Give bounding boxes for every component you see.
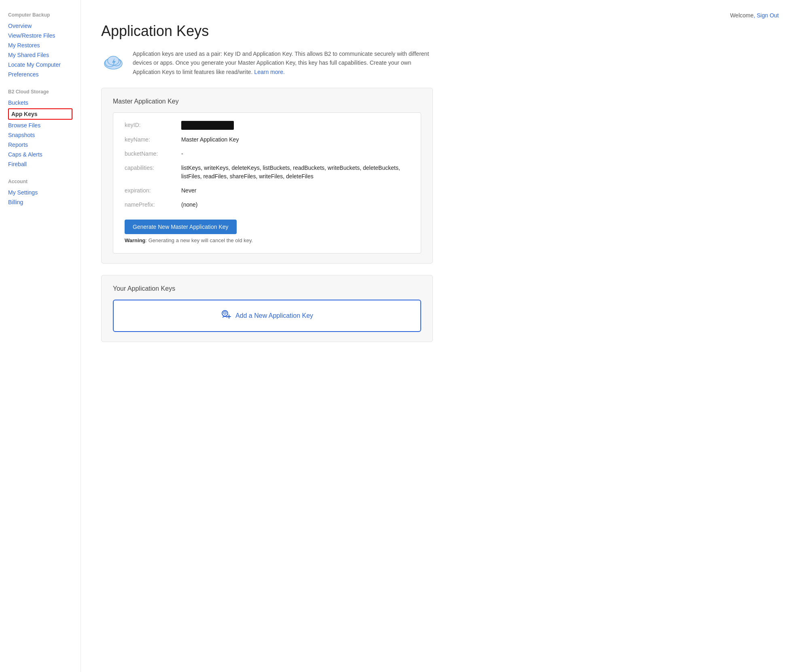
your-keys-section: Your Application Keys Add a New Applicat… bbox=[101, 275, 433, 342]
name-prefix-value: (none) bbox=[181, 201, 409, 209]
master-key-card: keyID: keyName: Master Application Key b… bbox=[113, 112, 421, 254]
learn-more-link[interactable]: Learn more. bbox=[254, 69, 284, 75]
sidebar-item-view-restore[interactable]: View/Restore Files bbox=[8, 31, 81, 40]
add-key-label: Add a New Application Key bbox=[235, 312, 313, 319]
page-title: Application Keys bbox=[101, 23, 779, 40]
sidebar-item-overview[interactable]: Overview bbox=[8, 21, 81, 31]
bucket-name-row: bucketName: - bbox=[125, 150, 409, 158]
master-section-title: Master Application Key bbox=[113, 98, 421, 105]
bucket-name-value: - bbox=[181, 150, 409, 158]
sidebar-item-my-restores[interactable]: My Restores bbox=[8, 40, 81, 50]
key-name-label: keyName: bbox=[125, 135, 181, 143]
welcome-text: Welcome bbox=[730, 12, 754, 19]
key-id-value bbox=[181, 121, 409, 130]
expiration-value: Never bbox=[181, 186, 409, 195]
generate-master-key-button[interactable]: Generate New Master Application Key bbox=[125, 220, 237, 234]
sidebar-item-browse-files[interactable]: Browse Files bbox=[8, 120, 81, 130]
capabilities-label: capabilities: bbox=[125, 164, 181, 171]
key-id-label: keyID: bbox=[125, 121, 181, 128]
sidebar: Computer Backup Overview View/Restore Fi… bbox=[0, 0, 81, 672]
svg-point-4 bbox=[222, 311, 228, 316]
warning-label: Warning bbox=[125, 237, 146, 243]
main-content: Welcome , Sign Out Application Keys Appl… bbox=[81, 0, 799, 672]
svg-point-5 bbox=[224, 312, 226, 314]
sidebar-item-preferences[interactable]: Preferences bbox=[8, 70, 81, 79]
sidebar-section-computer-backup: Computer Backup bbox=[8, 12, 81, 18]
master-key-section: Master Application Key keyID: keyName: M… bbox=[101, 88, 433, 264]
sidebar-item-buckets[interactable]: Buckets bbox=[8, 98, 81, 108]
expiration-label: expiration: bbox=[125, 186, 181, 194]
sidebar-item-app-keys-active[interactable]: App Keys bbox=[8, 108, 72, 120]
cloud-icon bbox=[101, 49, 125, 74]
sidebar-item-locate-computer[interactable]: Locate My Computer bbox=[8, 60, 81, 70]
sidebar-item-billing[interactable]: Billing bbox=[8, 197, 81, 207]
warning-description: : Generating a new key will cancel the o… bbox=[146, 237, 253, 243]
sidebar-item-fireball[interactable]: Fireball bbox=[8, 159, 81, 169]
sidebar-item-my-settings[interactable]: My Settings bbox=[8, 188, 81, 197]
sidebar-item-caps-alerts[interactable]: Caps & Alerts bbox=[8, 150, 81, 159]
sidebar-section-b2: B2 Cloud Storage bbox=[8, 89, 81, 95]
add-key-icon bbox=[221, 309, 231, 322]
key-name-value: Master Application Key bbox=[181, 135, 409, 144]
sidebar-item-snapshots[interactable]: Snapshots bbox=[8, 130, 81, 140]
key-name-row: keyName: Master Application Key bbox=[125, 135, 409, 144]
capabilities-value: listKeys, writeKeys, deleteKeys, listBuc… bbox=[181, 164, 409, 181]
add-new-key-button[interactable]: Add a New Application Key bbox=[113, 300, 421, 332]
generate-key-area: Generate New Master Application Key Warn… bbox=[125, 215, 409, 243]
sidebar-item-reports[interactable]: Reports bbox=[8, 140, 81, 150]
signout-link[interactable]: , Sign Out bbox=[754, 12, 779, 19]
warning-text: Warning: Generating a new key will cance… bbox=[125, 237, 409, 243]
name-prefix-label: namePrefix: bbox=[125, 201, 181, 208]
bucket-name-label: bucketName: bbox=[125, 150, 181, 157]
sidebar-section-account: Account bbox=[8, 179, 81, 184]
your-keys-title: Your Application Keys bbox=[113, 285, 421, 292]
sidebar-item-my-shared-files[interactable]: My Shared Files bbox=[8, 50, 81, 60]
info-banner: Application keys are used as a pair: Key… bbox=[101, 49, 433, 76]
key-id-redacted bbox=[181, 121, 234, 130]
info-description: Application keys are used as a pair: Key… bbox=[133, 49, 433, 76]
expiration-row: expiration: Never bbox=[125, 186, 409, 195]
name-prefix-row: namePrefix: (none) bbox=[125, 201, 409, 209]
key-id-row: keyID: bbox=[125, 121, 409, 130]
top-bar: Welcome , Sign Out bbox=[101, 12, 779, 19]
capabilities-row: capabilities: listKeys, writeKeys, delet… bbox=[125, 164, 409, 181]
